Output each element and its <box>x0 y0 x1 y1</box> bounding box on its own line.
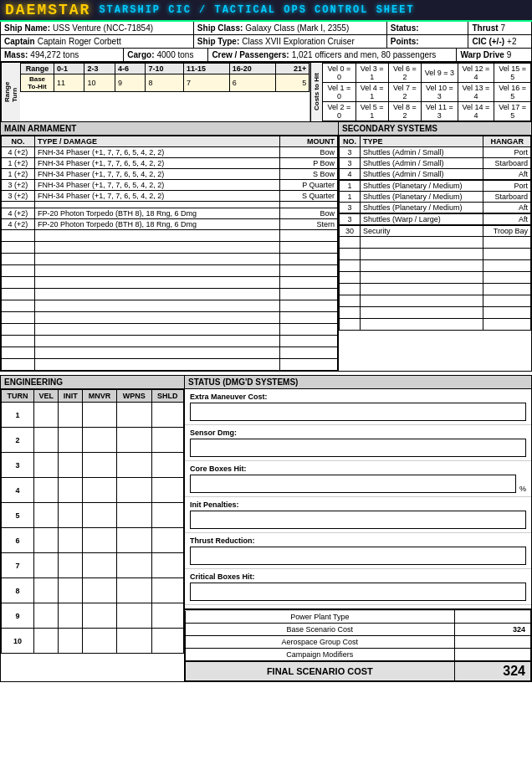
secondary-empty-row <box>340 260 531 272</box>
eng-mnvr-header: MNVR <box>82 390 116 403</box>
secondary-row-4: 1Shuttles (Planetary / Medium)Starboard <box>340 192 531 203</box>
armament-empty-row <box>2 312 338 324</box>
range-label: RangeTurn <box>1 63 20 121</box>
bth-21: 5 <box>275 74 309 92</box>
vel-8: Vel 8 = 2 <box>388 102 421 121</box>
armament-empty-row <box>2 230 338 242</box>
power-plant-row: Power Plant Type <box>186 611 531 624</box>
secondary-row-5: 3Shuttles (Planetary / Medium)Aft <box>340 203 531 214</box>
bth-1115: 7 <box>184 74 230 92</box>
eng-turn-8: 8 <box>2 578 34 603</box>
armament-row-3: 3 (+2)FNH-34 Phaser (+1, 7, 7, 6, 5, 4, … <box>2 180 338 191</box>
secondary-empty-row <box>340 272 531 284</box>
armament-empty-row <box>2 336 338 347</box>
base-cost-value: 324 <box>454 624 530 636</box>
eng-turn-3: 3 <box>2 453 34 478</box>
engineering-table: TURN VEL INIT MNVR WPNS SHLD 12345678910 <box>1 389 184 654</box>
eng-init-header: INIT <box>59 390 83 403</box>
arm-no: 1 (+2) <box>2 158 35 169</box>
secondary-empty-row <box>340 319 531 331</box>
secondary-row-7: 30SecurityTroop Bay <box>340 225 531 237</box>
armament-empty-row <box>2 300 338 312</box>
status-box-2[interactable] <box>190 475 516 493</box>
header-bar: DAEMSTAR STARSHIP CIC / TACTICAL OPS CON… <box>0 0 532 22</box>
costs-table-wrap: Vel 0 = 0 Vel 3 = 1 Vel 6 = 2 Vel 9 = 3 … <box>322 63 531 121</box>
status-box-0[interactable] <box>190 403 526 421</box>
status-field-0: Extra Maneuver Cost: <box>185 389 531 425</box>
status-box-1[interactable] <box>190 439 526 457</box>
status-cell: Status: <box>387 22 469 34</box>
final-cost-value: 324 <box>454 661 530 681</box>
range-46: 4-6 <box>115 64 145 74</box>
info-row-2: Captain Captain Roger Corbett Ship Type:… <box>1 35 531 49</box>
ship-name-cell: Ship Name: USS Venture (NCC-71854) <box>1 22 194 34</box>
secondary-empty-row <box>340 249 531 260</box>
arm-no: 3 (+2) <box>2 180 35 191</box>
sec-no: 1 <box>340 180 361 192</box>
eng-row-7: 7 <box>2 553 184 578</box>
eng-row-9: 9 <box>2 603 184 629</box>
vel-15: Vel 15 = 5 <box>494 64 531 83</box>
sec-no: 30 <box>340 225 361 237</box>
campaign-label: Campaign Modifiers <box>186 649 455 662</box>
arm-mount: P Quarter <box>280 180 338 191</box>
main-armament-header: MAIN ARMAMENT <box>1 122 338 136</box>
sec-hangar: Aft <box>483 213 531 225</box>
costs-table: Vel 0 = 0 Vel 3 = 1 Vel 6 = 2 Vel 9 = 3 … <box>322 63 531 121</box>
costs-label: Costs to Hit <box>310 63 322 121</box>
ship-type-label: Ship Type: <box>197 37 239 46</box>
vel-14: Vel 14 = 4 <box>458 102 494 121</box>
bth-710: 8 <box>146 74 184 92</box>
arm-no: 1 (+2) <box>2 169 35 180</box>
arm-no: 3 (+2) <box>2 191 35 202</box>
arm-mount: Bow <box>280 208 338 219</box>
cargo-label: Cargo: <box>127 50 154 59</box>
secondary-row-1: 3Shuttles (Admin / Small)Starboard <box>340 158 531 169</box>
status-field-1: Sensor Dmg: <box>185 425 531 461</box>
sec-col-hangar: HANGAR <box>483 136 531 147</box>
status-box-3[interactable] <box>190 511 526 529</box>
range-header-row: Range 0-1 2-3 4-6 7-10 11-15 16-20 21+ <box>21 64 309 74</box>
eng-row-10: 10 <box>2 629 184 654</box>
status-field-label-1: Sensor Dmg: <box>190 429 526 437</box>
bth-23: 10 <box>84 74 115 92</box>
range-section: RangeTurn Range 0-1 2-3 4-6 7-10 11-15 1… <box>1 63 310 121</box>
status-box-5[interactable] <box>190 583 526 601</box>
eng-row-2: 2 <box>2 428 184 453</box>
warp-label: Warp Drive <box>460 50 504 59</box>
sec-type: Shuttles (Admin / Small) <box>361 169 483 181</box>
sec-hangar: Aft <box>483 203 531 214</box>
armament-row-2: 1 (+2)FNH-34 Phaser (+1, 7, 7, 6, 5, 4, … <box>2 169 338 180</box>
eng-turn-7: 7 <box>2 553 34 578</box>
status-field-3: Init Penalties: <box>185 497 531 533</box>
sec-type: Shuttles (Warp / Large) <box>361 213 483 225</box>
ship-info-grid: Ship Name: USS Venture (NCC-71854) Ship … <box>0 22 532 63</box>
sec-type: Security <box>361 225 483 237</box>
vel-11: Vel 11 = 3 <box>422 102 458 121</box>
arm-no: 4 (+2) <box>2 219 35 230</box>
scenario-table: Power Plant Type Base Scenario Cost 324 … <box>185 610 531 681</box>
info-row-3: Mass: 494,272 tons Cargo: 4000 tons Crew… <box>1 49 531 62</box>
secondary-empty-row <box>340 237 531 249</box>
cargo-value: 4000 tons <box>156 50 193 59</box>
vel-4: Vel 4 = 1 <box>356 83 388 102</box>
pct-label-2: % <box>519 485 526 493</box>
range-costs-section: RangeTurn Range 0-1 2-3 4-6 7-10 11-15 1… <box>0 63 532 122</box>
vel-2: Vel 2 = 0 <box>323 102 356 121</box>
secondary-empty-row <box>340 295 531 307</box>
bth-01: 11 <box>54 74 84 92</box>
vel-3: Vel 3 = 1 <box>356 64 388 83</box>
status-label: Status: <box>391 23 419 33</box>
eng-row-6: 6 <box>2 528 184 553</box>
status-box-4[interactable] <box>190 547 526 565</box>
arm-type: FP-20 Photon Torpedo (BTH 8), 18 Rng, 6 … <box>35 208 280 219</box>
status-field-4: Thrust Reduction: <box>185 533 531 569</box>
captain-cell: Captain Captain Roger Corbett <box>1 35 194 48</box>
sec-no: 3 <box>340 147 361 158</box>
sec-no: 3 <box>340 213 361 225</box>
info-row-1: Ship Name: USS Venture (NCC-71854) Ship … <box>1 22 531 35</box>
eng-shld-header: SHLD <box>151 390 183 403</box>
arm-mount: Stern <box>280 219 338 230</box>
aerospace-label: Aerospace Group Cost <box>186 636 455 649</box>
eng-header-row: TURN VEL INIT MNVR WPNS SHLD <box>2 390 184 403</box>
